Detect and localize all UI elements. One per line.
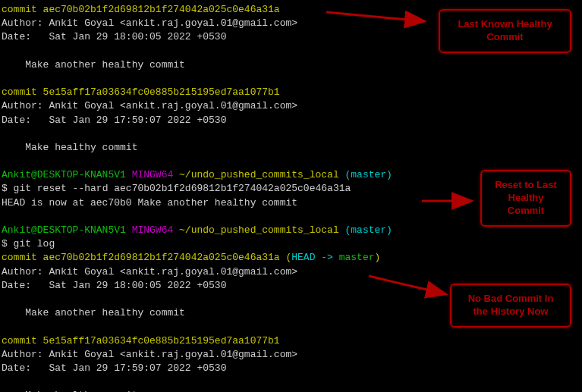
commit-date: Date: Sat Jan 29 17:59:07 2022 +0530	[2, 362, 580, 375]
commit-message: Make another healthy commit	[2, 58, 580, 72]
callout-no-bad: No Bad Commit Inthe History Now	[450, 284, 571, 328]
command-input[interactable]: $ git log	[2, 237, 580, 251]
commit-hash: commit 5e15aff17a03634fc0e885b215195ed7a…	[2, 86, 580, 99]
commit-date: Date: Sat Jan 29 17:59:07 2022 +0530	[2, 114, 580, 127]
commit-message: Make healthy commit	[2, 141, 580, 155]
commit-author: Author: Ankit Goyal <ankit.raj.goyal.01@…	[2, 348, 580, 362]
commit-message: Make healthy commit	[2, 389, 580, 392]
callout-reset: Reset to LastHealthyCommit	[480, 170, 571, 227]
callout-last-healthy: Last Known HealthyCommit	[439, 9, 571, 53]
commit-author: Author: Ankit Goyal <ankit.raj.goyal.01@…	[2, 265, 580, 279]
commit-hash: commit aec70b02b1f2d69812b1f274042a025c0…	[2, 251, 580, 265]
commit-author: Author: Ankit Goyal <ankit.raj.goyal.01@…	[2, 99, 580, 113]
commit-hash: commit 5e15aff17a03634fc0e885b215195ed7a…	[2, 334, 580, 348]
